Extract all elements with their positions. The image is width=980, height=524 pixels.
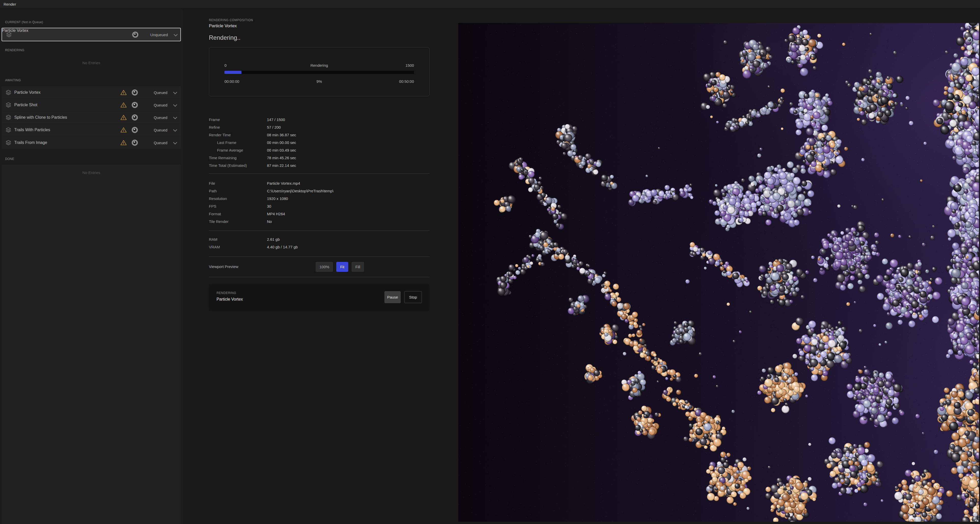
- layers-icon: [5, 127, 11, 133]
- stat-value: 87 min 22.14 sec: [267, 163, 296, 167]
- viewport-scale-button-fill[interactable]: Fill: [352, 262, 364, 272]
- file-info-row: FormatMP4 H264: [209, 210, 430, 218]
- queue-status-dropdown[interactable]: Queued: [137, 103, 167, 107]
- file-info-row: PathC:\Users\ryanj\Desktop\PreTrash\temp…: [209, 187, 430, 194]
- queue-item-name: Particle Vortex: [14, 90, 40, 95]
- queue-row[interactable]: Trails With ParticlesQueued: [2, 124, 181, 136]
- stat-label: Format: [209, 212, 267, 216]
- output-file-table: FileParticle Vortex.mp4PathC:\Users\ryan…: [209, 179, 430, 225]
- warning-icon: [120, 140, 127, 146]
- stat-value: No: [267, 219, 272, 224]
- warning-icon: [120, 115, 127, 121]
- viewport-scale-button-100pct[interactable]: 100%: [316, 262, 333, 272]
- queue-item-name: Trails From Image: [14, 140, 47, 145]
- viewport-preview-label: Viewport Preview: [209, 264, 239, 269]
- render-queue-sidebar: CURRENT (Not in Queue) Particle VortexUn…: [0, 9, 183, 524]
- stat-row: Time Remaining78 min 45.26 sec: [209, 154, 430, 161]
- queue-status-dropdown[interactable]: Unqueued: [137, 32, 168, 37]
- current-item-row[interactable]: Particle VortexUnqueued: [2, 28, 181, 41]
- stat-label: Last Frame: [209, 140, 267, 145]
- warning-icon: [120, 89, 127, 96]
- file-info-row: FileParticle Vortex.mp4: [209, 179, 430, 187]
- stat-value: 00 min 03.49 sec: [267, 148, 296, 152]
- chevron-down-icon: [173, 90, 177, 94]
- stat-value: MP4 H264: [267, 212, 285, 216]
- stat-row: Frame Average00 min 03.49 sec: [209, 146, 430, 154]
- chevron-down-icon: [173, 115, 177, 119]
- chevron-down-icon: [174, 32, 178, 37]
- progress-time-labels: 00:00:00 9% 00:50:00: [224, 79, 414, 84]
- stat-label: VRAM: [209, 245, 267, 249]
- stat-label: Refine: [209, 125, 267, 129]
- active-render-card: RENDERING Particle Vortex Pause Stop: [209, 284, 430, 311]
- active-render-kicker: RENDERING: [216, 291, 236, 295]
- chevron-down-icon: [173, 127, 177, 132]
- stat-label: Time Total (Estimated): [209, 163, 267, 167]
- memory-row: RAM2.61 gb: [209, 236, 430, 243]
- stat-label: Path: [209, 189, 267, 193]
- stat-value: 2.61 gb: [267, 237, 280, 242]
- render-preview-image: [458, 23, 979, 522]
- stat-value: 78 min 45.26 sec: [267, 156, 296, 160]
- stat-label: Tile Render: [209, 219, 267, 224]
- window-title: Render: [3, 2, 16, 6]
- stat-label: File: [209, 181, 267, 185]
- queue-item-name: Trails With Particles: [14, 127, 50, 132]
- memory-row: VRAM4.40 gb / 14.77 gb: [209, 243, 430, 251]
- done-drop-zone: No Entries: [2, 164, 181, 524]
- stat-value: C:\Users\ryanj\Desktop\PreTrash\temp\: [267, 189, 334, 193]
- file-info-row: Resolution1920 x 1080: [209, 194, 430, 202]
- section-label-done: DONE: [5, 157, 14, 161]
- stat-row: Render Time08 min 36.87 sec: [209, 131, 430, 139]
- stat-label: FPS: [209, 204, 267, 209]
- queue-row[interactable]: Particle VortexQueued: [2, 86, 181, 99]
- section-label-awaiting: AWAITING: [5, 78, 21, 82]
- progress-bar-track: [224, 71, 414, 74]
- done-empty-note: No Entries: [2, 170, 181, 175]
- render-viewport: [458, 8, 980, 524]
- stat-row: Refine57 / 200: [209, 123, 430, 131]
- stat-value: 00 min 00.00 sec: [267, 140, 296, 145]
- layers-icon: [5, 102, 11, 108]
- queue-row[interactable]: Spline with Clone to ParticlesQueued: [2, 111, 181, 124]
- queue-status-dropdown[interactable]: Queued: [137, 91, 167, 95]
- chevron-down-icon: [173, 103, 177, 107]
- rendering-composition-kicker: RENDERING COMPOSITION: [209, 18, 253, 22]
- divider: [209, 174, 430, 174]
- window-titlebar: Render: [0, 0, 980, 8]
- rendering-heading: Rendering..: [209, 34, 240, 41]
- stat-row: Last Frame00 min 00.00 sec: [209, 139, 430, 146]
- composition-title: Particle Vortex: [209, 24, 237, 29]
- layers-icon: [5, 115, 11, 121]
- viewport-scale-button-fit[interactable]: Fit: [336, 262, 348, 272]
- file-info-row: FPS30: [209, 202, 430, 210]
- stat-value: 08 min 36.87 sec: [267, 133, 296, 137]
- section-label-current: CURRENT (Not in Queue): [5, 21, 43, 24]
- progress-state-label: Rendering: [224, 63, 414, 67]
- stop-button[interactable]: Stop: [404, 291, 422, 303]
- render-progress-box: 0 Rendering 1500 00:00:00 9% 00:50:00: [209, 47, 430, 96]
- stat-label: Frame Average: [209, 148, 267, 152]
- stat-label: Time Remaining: [209, 156, 267, 160]
- stat-row: Frame147 / 1500: [209, 116, 430, 123]
- stat-value: 30: [267, 204, 271, 209]
- queue-status-dropdown[interactable]: Queued: [137, 140, 167, 145]
- stat-value: 57 / 200: [267, 125, 281, 129]
- rendering-empty-note: No Entries: [0, 61, 183, 65]
- progress-percent: 9%: [224, 79, 414, 84]
- queue-row[interactable]: Particle ShotQueued: [2, 99, 181, 111]
- queue-status-dropdown[interactable]: Queued: [137, 115, 167, 120]
- stat-label: Frame: [209, 118, 267, 122]
- layers-icon: [6, 32, 12, 38]
- viewport-preview-button-group: 100%FitFill: [316, 262, 364, 272]
- queue-item-name: Spline with Clone to Particles: [14, 115, 67, 120]
- pause-button[interactable]: Pause: [384, 291, 401, 303]
- stat-label: Resolution: [209, 196, 267, 201]
- stat-value: 4.40 gb / 14.77 gb: [267, 245, 298, 249]
- queue-row[interactable]: Trails From ImageQueued: [2, 136, 181, 149]
- chevron-down-icon: [173, 140, 177, 145]
- queue-item-name: Particle Shot: [14, 103, 37, 107]
- queue-status-dropdown[interactable]: Queued: [137, 128, 167, 132]
- render-stats-table: Frame147 / 1500Refine57 / 200Render Time…: [209, 116, 430, 169]
- warning-icon: [120, 127, 127, 133]
